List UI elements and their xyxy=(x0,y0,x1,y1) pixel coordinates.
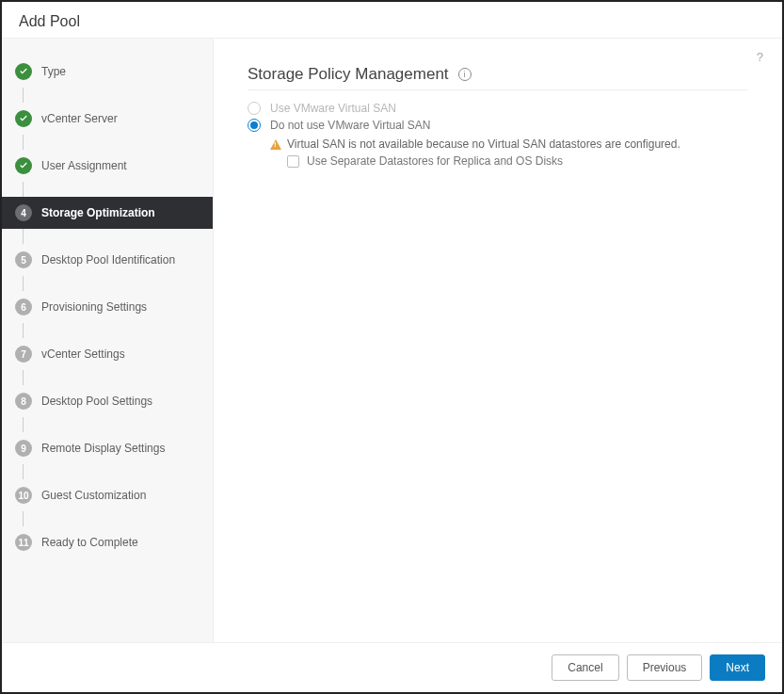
info-icon[interactable]: i xyxy=(458,68,472,81)
wizard-step-ready-to-complete: 11Ready to Complete xyxy=(2,526,213,558)
wizard-step-remote-display-settings: 9Remote Display Settings xyxy=(2,432,213,464)
step-label: Desktop Pool Settings xyxy=(41,395,152,408)
check-icon xyxy=(15,63,32,80)
step-connector xyxy=(23,370,24,385)
wizard-step-user-assignment[interactable]: User Assignment xyxy=(2,150,213,182)
dialog-title: Add Pool xyxy=(19,13,765,30)
radio-use-vsan-row: Use VMware Virtual SAN xyxy=(248,102,748,115)
wizard-step-vcenter-settings: 7vCenter Settings xyxy=(2,338,213,370)
step-number-icon: 4 xyxy=(15,204,32,221)
check-icon xyxy=(15,157,32,174)
radio-no-vsan[interactable] xyxy=(248,119,261,132)
wizard-step-vcenter-server[interactable]: vCenter Server xyxy=(2,103,213,135)
step-label: vCenter Server xyxy=(41,112,118,125)
step-number-icon: 8 xyxy=(15,393,32,410)
step-label: Provisioning Settings xyxy=(41,300,147,314)
next-button[interactable]: Next xyxy=(710,654,765,681)
step-label: User Assignment xyxy=(41,159,127,172)
radio-use-vsan xyxy=(248,102,261,115)
step-label: Ready to Complete xyxy=(41,536,138,549)
step-connector xyxy=(23,135,24,150)
step-connector xyxy=(23,511,24,526)
step-connector xyxy=(23,229,24,244)
radio-no-vsan-row: Do not use VMware Virtual SAN xyxy=(248,119,748,132)
step-label: vCenter Settings xyxy=(41,347,125,361)
no-vsan-subsection: Virtual SAN is not available because no … xyxy=(270,137,748,168)
wizard-step-provisioning-settings: 6Provisioning Settings xyxy=(2,291,213,323)
check-icon xyxy=(15,110,32,127)
wizard-step-desktop-pool-settings: 8Desktop Pool Settings xyxy=(2,385,213,417)
separate-datastores-checkbox[interactable] xyxy=(287,155,299,168)
separate-datastores-row: Use Separate Datastores for Replica and … xyxy=(287,154,748,168)
step-label: Storage Optimization xyxy=(41,206,155,219)
step-number-icon: 9 xyxy=(15,440,32,457)
step-number-icon: 6 xyxy=(15,299,32,315)
dialog-footer: Cancel Previous Next xyxy=(2,643,782,692)
vsan-warning-row: Virtual SAN is not available because no … xyxy=(270,137,748,151)
step-number-icon: 5 xyxy=(15,251,32,268)
radio-use-vsan-label: Use VMware Virtual SAN xyxy=(270,102,396,115)
previous-button[interactable]: Previous xyxy=(627,654,703,681)
step-label: Type xyxy=(41,65,66,78)
step-label: Remote Display Settings xyxy=(41,442,165,455)
separate-datastores-label: Use Separate Datastores for Replica and … xyxy=(307,154,563,168)
warning-icon xyxy=(270,139,281,150)
step-number-icon: 11 xyxy=(15,534,32,551)
help-icon[interactable]: ? xyxy=(757,50,763,64)
step-connector xyxy=(23,276,24,291)
vsan-warning-text: Virtual SAN is not available because no … xyxy=(287,137,680,151)
step-label: Guest Customization xyxy=(41,489,146,502)
step-connector xyxy=(23,88,24,103)
radio-no-vsan-label: Do not use VMware Virtual SAN xyxy=(270,119,431,132)
step-label: Desktop Pool Identification xyxy=(41,253,175,266)
step-connector xyxy=(23,417,24,432)
section-header: Storage Policy Management i xyxy=(248,65,748,90)
step-number-icon: 7 xyxy=(15,346,32,363)
step-connector xyxy=(23,464,24,479)
step-connector xyxy=(23,323,24,338)
wizard-step-storage-optimization[interactable]: 4Storage Optimization xyxy=(2,197,213,229)
step-connector xyxy=(23,182,24,197)
dialog-body: TypevCenter ServerUser Assignment4Storag… xyxy=(2,39,782,643)
dialog-header: Add Pool xyxy=(2,2,782,39)
section-title: Storage Policy Management xyxy=(248,65,449,84)
wizard-step-type[interactable]: Type xyxy=(2,56,213,88)
wizard-step-desktop-pool-identification: 5Desktop Pool Identification xyxy=(2,244,213,276)
wizard-main: ? Storage Policy Management i Use VMware… xyxy=(214,39,782,642)
cancel-button[interactable]: Cancel xyxy=(552,654,618,681)
step-number-icon: 10 xyxy=(15,487,32,504)
wizard-step-guest-customization: 10Guest Customization xyxy=(2,479,213,511)
wizard-sidebar: TypevCenter ServerUser Assignment4Storag… xyxy=(2,39,214,642)
